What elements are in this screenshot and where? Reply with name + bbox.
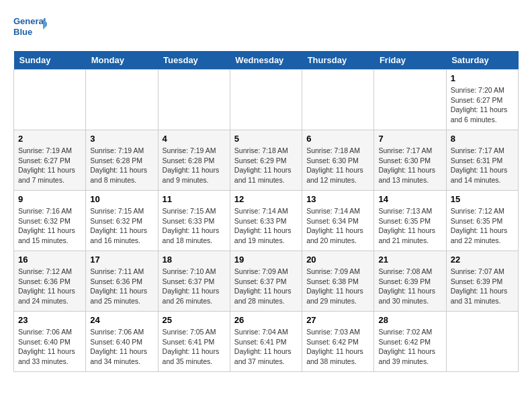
- weekday-header-wednesday: Wednesday: [230, 51, 302, 70]
- calendar-cell: 15Sunrise: 7:12 AM Sunset: 6:35 PM Dayli…: [446, 191, 518, 251]
- calendar-cell: 1Sunrise: 7:20 AM Sunset: 6:27 PM Daylig…: [446, 70, 518, 130]
- day-number: 24: [90, 315, 153, 325]
- day-number: 7: [378, 134, 441, 144]
- calendar-cell: 10Sunrise: 7:15 AM Sunset: 6:32 PM Dayli…: [86, 191, 158, 251]
- day-number: 28: [378, 315, 441, 325]
- calendar-cell: 21Sunrise: 7:08 AM Sunset: 6:39 PM Dayli…: [374, 251, 446, 312]
- day-number: 3: [90, 134, 153, 144]
- day-info: Sunrise: 7:07 AM Sunset: 6:39 PM Dayligh…: [451, 267, 514, 306]
- day-number: 9: [18, 194, 81, 204]
- day-info: Sunrise: 7:12 AM Sunset: 6:35 PM Dayligh…: [451, 206, 514, 246]
- day-number: 11: [163, 194, 226, 204]
- weekday-header-row: SundayMondayTuesdayWednesdayThursdayFrid…: [14, 51, 519, 70]
- day-info: Sunrise: 7:02 AM Sunset: 6:42 PM Dayligh…: [378, 327, 441, 367]
- day-info: Sunrise: 7:08 AM Sunset: 6:39 PM Dayligh…: [378, 267, 441, 306]
- calendar-cell: 20Sunrise: 7:09 AM Sunset: 6:38 PM Dayli…: [302, 251, 374, 312]
- day-number: 12: [234, 194, 298, 204]
- day-info: Sunrise: 7:19 AM Sunset: 6:28 PM Dayligh…: [90, 146, 153, 185]
- calendar-cell: 26Sunrise: 7:04 AM Sunset: 6:41 PM Dayli…: [230, 312, 302, 372]
- day-number: 8: [451, 134, 514, 144]
- day-info: Sunrise: 7:15 AM Sunset: 6:32 PM Dayligh…: [90, 206, 153, 246]
- day-info: Sunrise: 7:18 AM Sunset: 6:29 PM Dayligh…: [234, 146, 298, 185]
- day-info: Sunrise: 7:09 AM Sunset: 6:38 PM Dayligh…: [306, 267, 369, 306]
- calendar-cell: [446, 312, 518, 372]
- day-info: Sunrise: 7:18 AM Sunset: 6:30 PM Dayligh…: [306, 146, 369, 185]
- calendar-cell: 9Sunrise: 7:16 AM Sunset: 6:32 PM Daylig…: [14, 191, 86, 251]
- calendar-cell: 12Sunrise: 7:14 AM Sunset: 6:33 PM Dayli…: [230, 191, 302, 251]
- logo-svg: General Blue: [13, 13, 47, 42]
- day-info: Sunrise: 7:12 AM Sunset: 6:36 PM Dayligh…: [18, 267, 81, 306]
- svg-text:General: General: [13, 16, 46, 26]
- calendar-cell: 24Sunrise: 7:06 AM Sunset: 6:40 PM Dayli…: [86, 312, 158, 372]
- day-info: Sunrise: 7:15 AM Sunset: 6:33 PM Dayligh…: [163, 206, 226, 246]
- calendar-cell: [86, 70, 158, 130]
- week-row-4: 16Sunrise: 7:12 AM Sunset: 6:36 PM Dayli…: [14, 251, 519, 312]
- calendar-cell: 22Sunrise: 7:07 AM Sunset: 6:39 PM Dayli…: [446, 251, 518, 312]
- day-number: 26: [234, 315, 298, 325]
- logo-container: General Blue: [13, 13, 51, 44]
- day-info: Sunrise: 7:06 AM Sunset: 6:40 PM Dayligh…: [90, 327, 153, 367]
- day-info: Sunrise: 7:14 AM Sunset: 6:33 PM Dayligh…: [234, 206, 298, 246]
- day-info: Sunrise: 7:17 AM Sunset: 6:31 PM Dayligh…: [451, 146, 514, 185]
- weekday-header-saturday: Saturday: [446, 51, 518, 70]
- calendar-cell: 23Sunrise: 7:06 AM Sunset: 6:40 PM Dayli…: [14, 312, 86, 372]
- day-number: 10: [90, 194, 153, 204]
- day-number: 22: [451, 255, 514, 265]
- day-number: 19: [234, 255, 298, 265]
- day-number: 20: [306, 255, 369, 265]
- day-info: Sunrise: 7:13 AM Sunset: 6:35 PM Dayligh…: [378, 206, 441, 246]
- calendar-cell: [230, 70, 302, 130]
- day-number: 21: [378, 255, 441, 265]
- day-info: Sunrise: 7:10 AM Sunset: 6:37 PM Dayligh…: [163, 267, 226, 306]
- calendar-table: SundayMondayTuesdayWednesdayThursdayFrid…: [13, 51, 519, 372]
- day-number: 14: [378, 194, 441, 204]
- calendar-cell: 11Sunrise: 7:15 AM Sunset: 6:33 PM Dayli…: [158, 191, 230, 251]
- calendar-cell: 7Sunrise: 7:17 AM Sunset: 6:30 PM Daylig…: [374, 130, 446, 191]
- weekday-header-monday: Monday: [86, 51, 158, 70]
- calendar-cell: 5Sunrise: 7:18 AM Sunset: 6:29 PM Daylig…: [230, 130, 302, 191]
- day-info: Sunrise: 7:04 AM Sunset: 6:41 PM Dayligh…: [234, 327, 298, 367]
- weekday-header-sunday: Sunday: [14, 51, 86, 70]
- day-info: Sunrise: 7:16 AM Sunset: 6:32 PM Dayligh…: [18, 206, 81, 246]
- calendar-cell: 8Sunrise: 7:17 AM Sunset: 6:31 PM Daylig…: [446, 130, 518, 191]
- calendar-cell: [374, 70, 446, 130]
- week-row-1: 1Sunrise: 7:20 AM Sunset: 6:27 PM Daylig…: [14, 70, 519, 130]
- day-info: Sunrise: 7:19 AM Sunset: 6:27 PM Dayligh…: [18, 146, 81, 185]
- day-info: Sunrise: 7:03 AM Sunset: 6:42 PM Dayligh…: [306, 327, 369, 367]
- calendar-cell: 19Sunrise: 7:09 AM Sunset: 6:37 PM Dayli…: [230, 251, 302, 312]
- weekday-header-friday: Friday: [374, 51, 446, 70]
- day-number: 16: [18, 255, 81, 265]
- calendar-cell: 13Sunrise: 7:14 AM Sunset: 6:34 PM Dayli…: [302, 191, 374, 251]
- week-row-2: 2Sunrise: 7:19 AM Sunset: 6:27 PM Daylig…: [14, 130, 519, 191]
- day-info: Sunrise: 7:17 AM Sunset: 6:30 PM Dayligh…: [378, 146, 441, 185]
- weekday-header-tuesday: Tuesday: [158, 51, 230, 70]
- day-number: 27: [306, 315, 369, 325]
- week-row-3: 9Sunrise: 7:16 AM Sunset: 6:32 PM Daylig…: [14, 191, 519, 251]
- calendar-cell: 4Sunrise: 7:19 AM Sunset: 6:28 PM Daylig…: [158, 130, 230, 191]
- day-number: 5: [234, 134, 298, 144]
- calendar-cell: 3Sunrise: 7:19 AM Sunset: 6:28 PM Daylig…: [86, 130, 158, 191]
- day-number: 4: [163, 134, 226, 144]
- calendar-cell: 27Sunrise: 7:03 AM Sunset: 6:42 PM Dayli…: [302, 312, 374, 372]
- calendar-cell: [158, 70, 230, 130]
- calendar-cell: 14Sunrise: 7:13 AM Sunset: 6:35 PM Dayli…: [374, 191, 446, 251]
- calendar-cell: 2Sunrise: 7:19 AM Sunset: 6:27 PM Daylig…: [14, 130, 86, 191]
- day-info: Sunrise: 7:19 AM Sunset: 6:28 PM Dayligh…: [163, 146, 226, 185]
- calendar-cell: [14, 70, 86, 130]
- day-number: 6: [306, 134, 369, 144]
- day-number: 18: [163, 255, 226, 265]
- day-info: Sunrise: 7:20 AM Sunset: 6:27 PM Dayligh…: [451, 85, 514, 125]
- calendar-cell: 25Sunrise: 7:05 AM Sunset: 6:41 PM Dayli…: [158, 312, 230, 372]
- day-number: 13: [306, 194, 369, 204]
- day-number: 25: [163, 315, 226, 325]
- calendar-cell: 18Sunrise: 7:10 AM Sunset: 6:37 PM Dayli…: [158, 251, 230, 312]
- logo: General Blue: [13, 13, 51, 44]
- day-number: 1: [451, 73, 514, 83]
- logo-graphic: General Blue: [13, 13, 47, 44]
- calendar-cell: 6Sunrise: 7:18 AM Sunset: 6:30 PM Daylig…: [302, 130, 374, 191]
- calendar-cell: [302, 70, 374, 130]
- calendar-cell: 17Sunrise: 7:11 AM Sunset: 6:36 PM Dayli…: [86, 251, 158, 312]
- svg-text:Blue: Blue: [13, 27, 32, 37]
- day-info: Sunrise: 7:14 AM Sunset: 6:34 PM Dayligh…: [306, 206, 369, 246]
- day-number: 17: [90, 255, 153, 265]
